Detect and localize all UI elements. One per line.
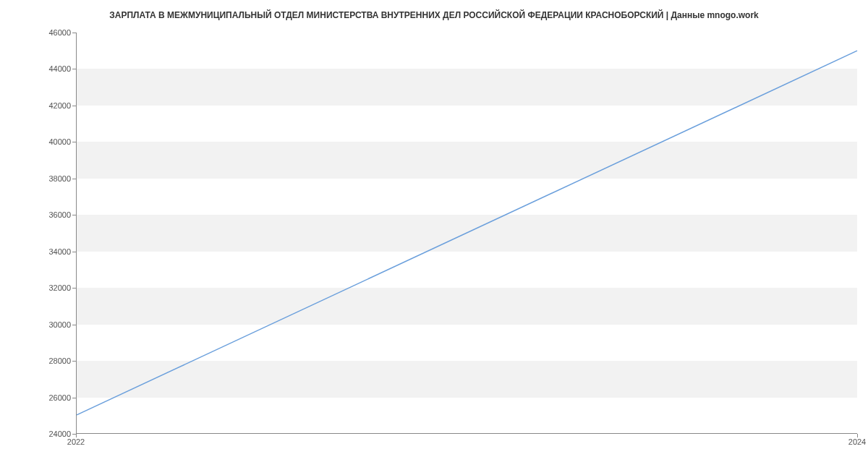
y-tick-label: 46000	[48, 28, 71, 37]
x-tick-mark	[76, 434, 77, 437]
y-tick-mark	[72, 179, 76, 179]
y-tick-mark	[72, 361, 76, 362]
y-tick-label: 34000	[48, 247, 71, 256]
x-tick-label: 2024	[848, 437, 866, 446]
y-tick-mark	[72, 325, 76, 325]
y-tick-mark	[72, 288, 76, 289]
y-tick-label: 42000	[48, 101, 71, 110]
y-tick-mark	[72, 33, 76, 33]
y-tick-label: 32000	[48, 283, 71, 292]
y-tick-label: 40000	[48, 137, 71, 146]
y-tick-label: 28000	[48, 356, 71, 365]
y-tick-label: 36000	[48, 210, 71, 219]
y-tick-mark	[72, 142, 76, 142]
y-tick-mark	[72, 106, 76, 106]
y-tick-label: 26000	[48, 393, 71, 402]
y-tick-label: 30000	[48, 320, 71, 329]
y-tick-mark	[72, 252, 76, 252]
plot-area	[76, 33, 857, 434]
y-tick-label: 44000	[48, 64, 71, 73]
x-tick-label: 2022	[67, 437, 85, 446]
y-tick-mark	[72, 398, 76, 398]
y-tick-label: 38000	[48, 174, 71, 183]
y-tick-mark	[72, 215, 76, 215]
data-line	[77, 51, 857, 415]
chart-title: ЗАРПЛАТА В МЕЖМУНИЦИПАЛЬНЫЙ ОТДЕЛ МИНИСТ…	[0, 10, 868, 20]
y-tick-mark	[72, 69, 76, 69]
chart-container: ЗАРПЛАТА В МЕЖМУНИЦИПАЛЬНЫЙ ОТДЕЛ МИНИСТ…	[0, 0, 868, 470]
line-series	[77, 33, 857, 433]
x-tick-mark	[857, 434, 858, 437]
